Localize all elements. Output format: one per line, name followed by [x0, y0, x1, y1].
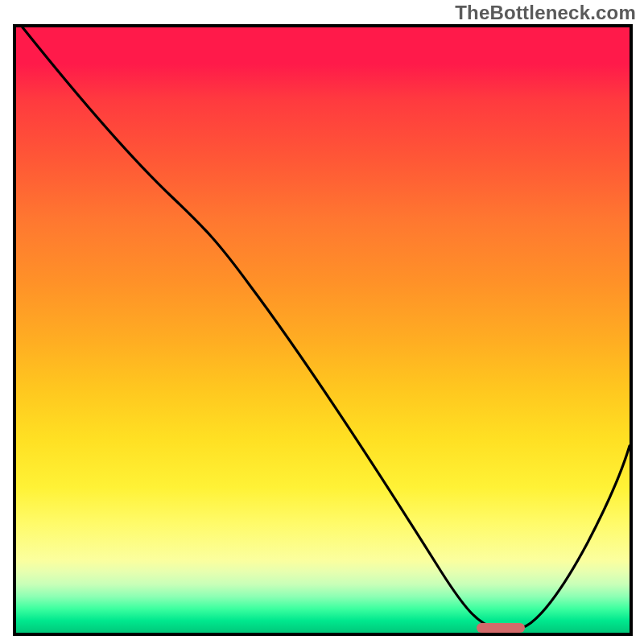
chart-frame: TheBottleneck.com — [0, 0, 644, 644]
watermark-text: TheBottleneck.com — [455, 2, 636, 24]
curve-path — [23, 27, 630, 628]
plot-area — [13, 24, 633, 636]
bottleneck-curve — [16, 27, 630, 633]
baseline-marker — [477, 623, 525, 633]
